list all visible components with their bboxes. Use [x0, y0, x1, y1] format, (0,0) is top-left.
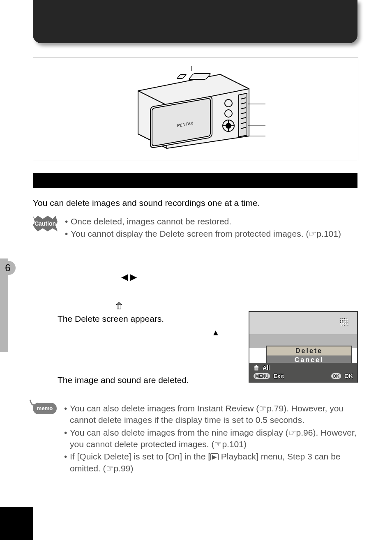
memo-item: •If [Quick Delete] is set to [On] in the… — [64, 451, 357, 474]
four-way-lr-icon: ◀ ▶ — [121, 271, 137, 283]
playback-icon: ▶ — [210, 453, 219, 460]
caution-note: Caution •Once deleted, images cannot be … — [33, 216, 357, 241]
memo-item: •You can also delete images from the nin… — [64, 427, 357, 450]
svg-point-3 — [225, 110, 232, 117]
memo-note: memo •You can also delete images from In… — [33, 403, 357, 475]
menu-pill: MENU — [254, 373, 270, 379]
ok-label: OK — [344, 372, 353, 380]
section-heading-bar — [33, 173, 357, 188]
trash-icon: 🗑 — [254, 364, 259, 372]
svg-point-2 — [225, 99, 232, 107]
memo-list: •You can also delete images from Instant… — [64, 403, 357, 475]
delete-menu: Delete Cancel — [266, 346, 352, 365]
memo-item: •You can also delete images from Instant… — [64, 403, 357, 426]
chapter-header-box — [33, 0, 357, 43]
svg-rect-9 — [177, 74, 186, 78]
delete-hand-icon: ⿻ — [340, 316, 349, 328]
chapter-tab: 6 — [0, 261, 16, 275]
option-delete: Delete — [267, 346, 351, 355]
camera-illustration: PENTAX — [126, 66, 265, 152]
exit-label: Exit — [273, 372, 284, 380]
up-arrow-icon: ▲ — [212, 327, 220, 338]
memo-badge: memo — [33, 403, 57, 414]
all-label: All — [263, 364, 270, 372]
caution-list: •Once deleted, images cannot be restored… — [65, 216, 357, 241]
caution-item: •Once deleted, images cannot be restored… — [65, 216, 357, 227]
chapter-number: 6 — [5, 261, 10, 275]
intro-text: You can delete images and sound recordin… — [33, 197, 357, 209]
ok-pill: OK — [331, 373, 341, 379]
lcd-screenshot: ⿻ Delete Cancel 🗑All MENUExitOKOK — [249, 311, 358, 383]
caution-badge: Caution — [33, 216, 58, 231]
caution-item: •You cannot display the Delete screen fr… — [65, 228, 357, 240]
footer-black — [0, 507, 33, 540]
camera-illustration-box: PENTAX — [33, 58, 358, 161]
trash-icon: 🗑 — [115, 300, 123, 312]
